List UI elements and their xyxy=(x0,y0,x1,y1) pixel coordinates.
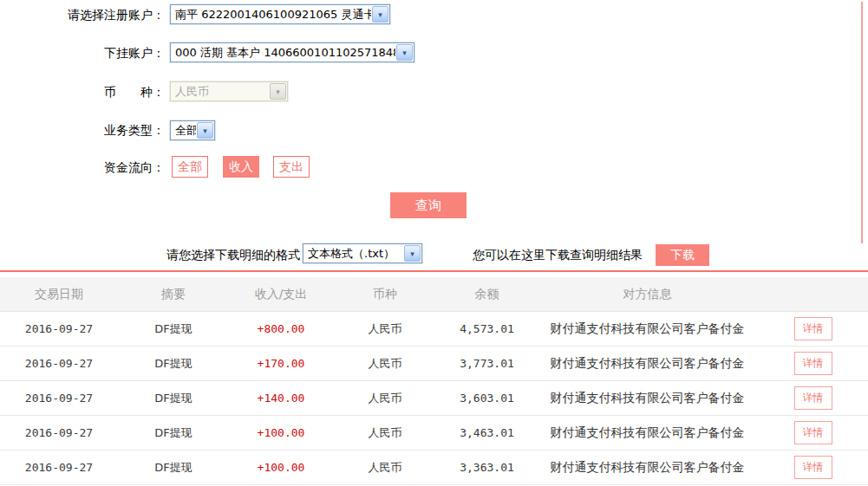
currency: 人民币 xyxy=(333,381,437,415)
download-button[interactable]: 下载 xyxy=(656,244,709,266)
summary: DF提现 xyxy=(118,450,229,484)
download-format-select[interactable]: 文本格式（.txt） ▾ xyxy=(303,243,422,263)
currency: 人民币 xyxy=(333,347,437,380)
table-header-row: 交易日期 摘要 收入/支出 币种 余额 对方信息 xyxy=(0,277,868,312)
currency-value: 人民币 xyxy=(175,84,269,100)
register-account-value: 南平 6222001406100921065 灵通卡 xyxy=(175,7,371,23)
fund-flow-all-button[interactable]: 全部 xyxy=(172,156,208,178)
header-summary: 摘要 xyxy=(118,277,229,311)
detail-button[interactable]: 详情 xyxy=(794,317,832,340)
header-balance: 余额 xyxy=(437,277,537,311)
table-row: 2016-09-27 DF提现 +140.00 人民币 3,603.01 财付通… xyxy=(0,381,868,416)
chevron-down-icon: ▾ xyxy=(270,83,286,100)
amount: +140.00 xyxy=(229,381,333,415)
counterparty: 财付通支付科技有限公司客户备付金 xyxy=(537,312,758,346)
header-actions xyxy=(758,277,868,311)
trade-date: 2016-09-27 xyxy=(0,312,118,346)
chevron-down-icon: ▾ xyxy=(197,122,213,139)
detail-button[interactable]: 详情 xyxy=(794,421,832,444)
amount: +100.00 xyxy=(229,450,333,484)
detail-button[interactable]: 详情 xyxy=(794,352,832,375)
trade-date: 2016-09-27 xyxy=(0,450,118,484)
business-type-select[interactable]: 全部 ▾ xyxy=(170,120,215,140)
table-row: 2016-09-27 DF提现 +170.00 人民币 3,773.01 财付通… xyxy=(0,347,868,381)
chevron-down-icon: ▾ xyxy=(396,44,413,61)
sub-account-select[interactable]: 000 活期 基本户 1406600101102571848 ▾ xyxy=(170,42,414,62)
amount: +800.00 xyxy=(229,312,333,346)
header-income-expense: 收入/支出 xyxy=(229,277,333,311)
trade-date: 2016-09-27 xyxy=(0,416,118,450)
register-account-label: 请选择注册账户： xyxy=(0,8,165,23)
amount: +100.00 xyxy=(229,416,333,450)
counterparty: 财付通支付科技有限公司客户备付金 xyxy=(537,381,758,415)
amount: +170.00 xyxy=(229,347,333,380)
summary: DF提现 xyxy=(118,416,229,450)
results-table: 交易日期 摘要 收入/支出 币种 余额 对方信息 2016-09-27 DF提现… xyxy=(0,277,868,485)
currency: 人民币 xyxy=(333,312,437,346)
summary: DF提现 xyxy=(118,347,229,380)
trade-date: 2016-09-27 xyxy=(0,347,118,380)
download-format-label: 请您选择下载明细的格式 xyxy=(139,248,300,263)
fund-flow-income-button[interactable]: 收入 xyxy=(223,156,259,178)
chevron-down-icon: ▾ xyxy=(372,6,388,23)
fund-flow-expense-button[interactable]: 支出 xyxy=(273,156,310,178)
table-top-rule xyxy=(0,270,868,272)
summary: DF提现 xyxy=(118,381,229,415)
detail-button[interactable]: 详情 xyxy=(794,386,832,410)
balance: 3,773.01 xyxy=(437,347,537,380)
balance: 3,463.01 xyxy=(437,416,537,450)
header-currency: 币种 xyxy=(333,277,437,311)
balance: 3,363.01 xyxy=(437,450,537,484)
summary: DF提现 xyxy=(118,312,229,346)
counterparty: 财付通支付科技有限公司客户备付金 xyxy=(537,416,758,450)
header-trade-date: 交易日期 xyxy=(0,277,118,311)
table-row: 2016-09-27 DF提现 +100.00 人民币 3,463.01 财付通… xyxy=(0,416,868,450)
sub-account-value: 000 活期 基本户 1406600101102571848 xyxy=(175,45,395,61)
header-counterparty: 对方信息 xyxy=(537,277,758,311)
trade-date: 2016-09-27 xyxy=(0,381,118,415)
balance: 3,603.01 xyxy=(437,381,537,415)
fund-flow-label: 资金流向： xyxy=(0,160,165,176)
currency: 人民币 xyxy=(333,450,437,484)
right-edge-line xyxy=(861,2,863,243)
transaction-query-page: 请选择注册账户： 南平 6222001406100921065 灵通卡 ▾ 下挂… xyxy=(0,0,868,486)
business-type-value: 全部 xyxy=(175,123,196,139)
balance: 4,573.01 xyxy=(437,312,537,346)
detail-button[interactable]: 详情 xyxy=(794,456,832,479)
currency-label: 币 种： xyxy=(0,85,165,100)
business-type-label: 业务类型： xyxy=(0,123,165,139)
query-button[interactable]: 查询 xyxy=(390,192,467,218)
download-hint-text: 您可以在这里下载查询明细结果 xyxy=(473,248,643,263)
currency-select: 人民币 ▾ xyxy=(170,81,288,101)
counterparty: 财付通支付科技有限公司客户备付金 xyxy=(537,347,758,380)
table-row: 2016-09-27 DF提现 +800.00 人民币 4,573.01 财付通… xyxy=(0,312,868,347)
sub-account-label: 下挂账户： xyxy=(0,46,165,62)
table-row: 2016-09-27 DF提现 +100.00 人民币 3,363.01 财付通… xyxy=(0,450,868,485)
register-account-select[interactable]: 南平 6222001406100921065 灵通卡 ▾ xyxy=(170,4,390,24)
download-format-value: 文本格式（.txt） xyxy=(308,246,403,262)
chevron-down-icon: ▾ xyxy=(404,245,421,262)
counterparty: 财付通支付科技有限公司客户备付金 xyxy=(537,450,758,484)
currency: 人民币 xyxy=(333,416,437,450)
